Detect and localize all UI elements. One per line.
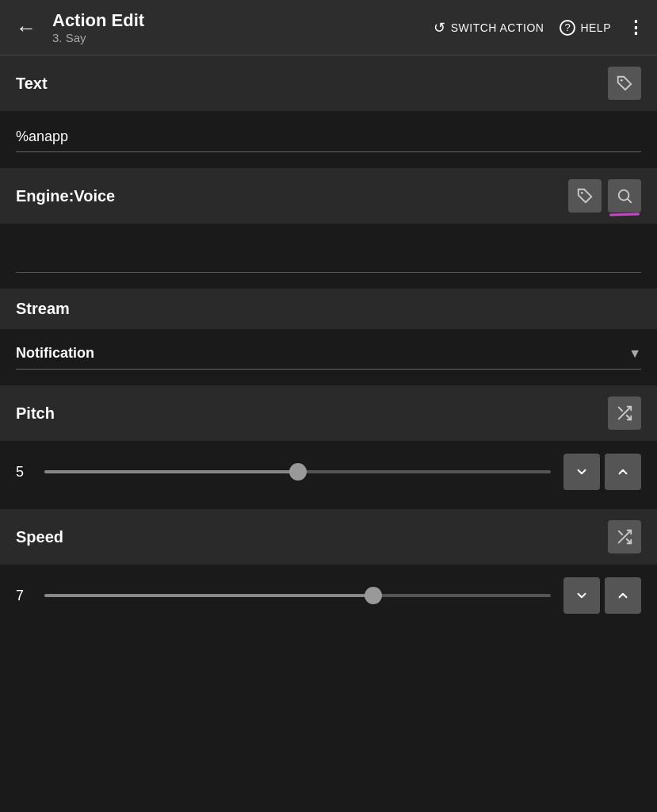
header: ← Action Edit 3. Say ↺ SWITCH ACTION ? H… [0,0,657,56]
search-btn-wrapper [608,179,641,213]
pitch-value: 5 [16,464,32,481]
text-tag-button[interactable] [608,67,641,100]
pitch-shuffle-button[interactable] [608,396,641,430]
speed-slider-thumb[interactable] [365,587,382,604]
stream-section-header: Stream [0,289,657,329]
switch-action-icon: ↺ [434,19,446,36]
speed-increment-button[interactable] [605,577,641,614]
header-right: ↺ SWITCH ACTION ? HELP ⋮ [434,17,644,38]
stream-dropdown-container: Notification Alarm Music Ring System ▼ [0,329,657,385]
speed-section-header: Speed [0,509,657,565]
pitch-shuffle-icon [616,404,633,422]
search-icon [616,187,633,205]
chevron-down-icon [575,465,589,479]
engine-input[interactable] [16,235,641,273]
help-button[interactable]: ? HELP [560,20,611,36]
pitch-increment-button[interactable] [605,454,641,490]
pitch-slider-track[interactable] [44,470,551,473]
speed-value: 7 [16,588,32,604]
pitch-slider-thumb[interactable] [289,463,307,481]
page-title: Action Edit [52,10,144,31]
svg-point-0 [621,79,623,82]
pitch-section-title: Pitch [16,404,55,423]
switch-action-label: SWITCH ACTION [451,21,544,34]
pitch-section-header: Pitch [0,385,657,441]
text-section-title: Text [16,75,48,93]
svg-line-3 [628,199,631,202]
pitch-slider-fill [44,470,298,473]
help-circle-icon: ? [560,20,575,36]
svg-line-9 [619,531,623,535]
engine-search-button[interactable] [608,179,641,213]
speed-slider-controls [563,577,641,614]
speed-decrement-button[interactable] [563,577,600,614]
switch-action-button[interactable]: ↺ SWITCH ACTION [434,19,544,36]
text-section-header: Text [0,56,657,111]
speed-slider-track[interactable] [44,594,551,597]
speed-section-title: Speed [16,528,63,546]
svg-line-6 [619,408,623,412]
speed-shuffle-icon [616,528,633,546]
speed-shuffle-button[interactable] [608,520,641,553]
speed-chevron-up-icon [616,588,630,603]
engine-section-buttons [568,179,641,213]
page-subtitle: 3. Say [52,31,144,44]
tag-icon [616,75,633,92]
engine-tag-button[interactable] [568,179,602,213]
pitch-slider-controls [563,454,641,490]
text-content-area: %anapp [0,111,657,168]
pitch-slider-area: 5 [0,441,657,509]
engine-content-area [0,224,657,289]
help-label: HELP [580,21,611,34]
speed-chevron-down-icon [575,588,589,603]
svg-point-1 [581,192,583,194]
purple-underline-annotation [609,213,640,216]
stream-dropdown-wrapper: Notification Alarm Music Ring System ▼ [16,337,641,370]
pitch-decrement-button[interactable] [563,454,600,490]
more-options-button[interactable]: ⋮ [627,17,644,38]
stream-section-title: Stream [16,300,70,318]
header-title-group: Action Edit 3. Say [52,10,144,44]
engine-section-title: Engine:Voice [16,187,115,205]
speed-slider-fill [44,594,373,597]
engine-tag-icon [576,187,594,205]
back-button[interactable]: ← [13,14,40,41]
engine-section-header: Engine:Voice [0,168,657,224]
header-left: ← Action Edit 3. Say [13,10,144,44]
text-value[interactable]: %anapp [16,122,641,152]
speed-slider-area: 7 [0,565,657,633]
chevron-up-icon [616,465,630,479]
stream-dropdown[interactable]: Notification Alarm Music Ring System [16,337,641,370]
